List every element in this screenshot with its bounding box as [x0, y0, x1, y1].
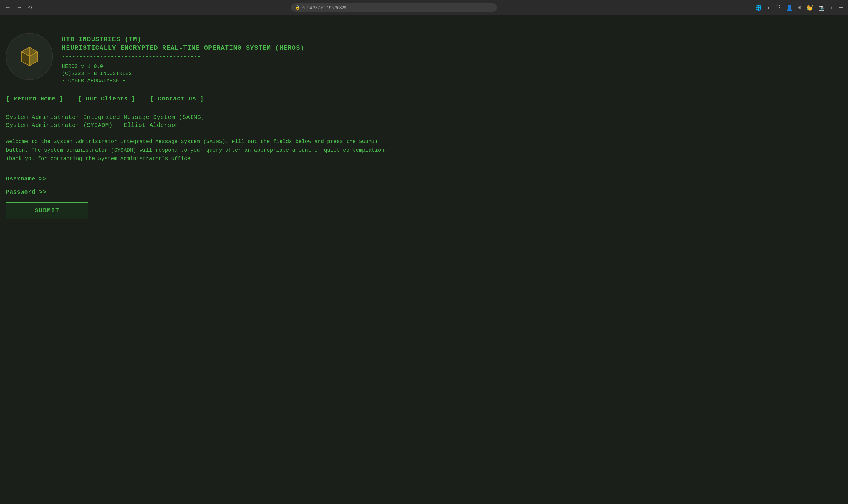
url-display: 94.237.62.195:36829 [307, 5, 346, 10]
nav-return-home[interactable]: [ Return Home ] [6, 95, 63, 102]
password-field-row: Password >> [6, 188, 842, 196]
header-text: HTB INDUSTRIES (TM) HEURISTICALLY ENCRYP… [62, 33, 304, 84]
username-field-row: Username >> [6, 175, 842, 183]
firefox-shield-icon[interactable]: 🛡 [774, 3, 782, 12]
screenshot-icon[interactable]: 📷 [817, 3, 826, 12]
page-content: HTB INDUSTRIES (TM) HEURISTICALLY ENCRYP… [0, 21, 848, 504]
nav-contact-us[interactable]: [ Contact Us ] [150, 95, 204, 102]
version: HEROS v 1.0.0 [62, 64, 304, 70]
password-label: Password >> [6, 189, 53, 196]
avatar-icon[interactable]: 👑 [805, 3, 814, 12]
logo-circle [6, 33, 53, 80]
nav-back-button[interactable]: ← [3, 3, 12, 12]
extension-icon[interactable]: ☀ [797, 3, 802, 12]
company-name: HTB INDUSTRIES (TM) [62, 36, 304, 43]
browser-chrome: ← → ↻ 🔒 ☉ 94.237.62.195:36829 🌐 ★ 🛡 👤 ☀ … [0, 0, 848, 15]
shield-icon: ☉ [302, 5, 305, 10]
password-input[interactable] [53, 188, 171, 196]
main-content: System Administrator Integrated Message … [6, 114, 842, 219]
submit-section: SUBMIT [6, 202, 842, 219]
tagline: - CYBER APOCALYPSE - [62, 78, 304, 84]
copyright: (C)2023 HTB INDUSTRIES [62, 71, 304, 76]
saims-title: System Administrator Integrated Message … [6, 114, 842, 121]
nav-our-clients[interactable]: [ Our Clients ] [78, 95, 136, 102]
address-bar[interactable]: 🔒 ☉ 94.237.62.195:36829 [291, 3, 497, 12]
submit-button[interactable]: SUBMIT [6, 202, 88, 219]
saims-admin: System Administrator (SYSADM) - Elliot A… [6, 122, 842, 129]
cube-icon [16, 43, 43, 70]
browser-toolbar: 🌐 ★ 🛡 👤 ☀ 👑 📷 ⇧ ☰ [754, 3, 845, 12]
welcome-text: Welcome to the System Administrator Inte… [6, 138, 400, 163]
nav-section: [ Return Home ] [ Our Clients ] [ Contac… [6, 95, 842, 102]
nav-refresh-button[interactable]: ↻ [26, 3, 34, 12]
translate-icon[interactable]: 🌐 [754, 3, 763, 12]
share-icon[interactable]: ⇧ [829, 3, 834, 12]
username-input[interactable] [53, 175, 171, 183]
bookmark-icon[interactable]: ★ [766, 3, 772, 12]
system-name: HEURISTICALLY ENCRYPTED REAL-TIME OPERAT… [62, 44, 304, 52]
profile-icon[interactable]: 👤 [785, 3, 794, 12]
menu-icon[interactable]: ☰ [837, 3, 845, 12]
header-divider: ---------------------------------------- [62, 54, 304, 59]
header-section: HTB INDUSTRIES (TM) HEURISTICALLY ENCRYP… [6, 33, 842, 84]
nav-forward-button[interactable]: → [15, 3, 23, 12]
security-icon: 🔒 [295, 5, 300, 10]
username-label: Username >> [6, 176, 53, 182]
